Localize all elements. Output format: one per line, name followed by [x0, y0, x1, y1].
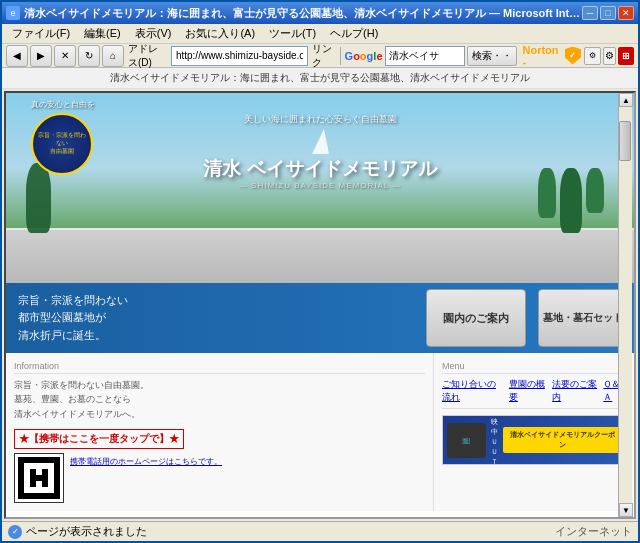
menu-view[interactable]: 表示(V) [129, 24, 178, 43]
hero-title-jp: 清水 ベイサイドメモリアル [6, 158, 634, 181]
hero-text-center: 美しい海に囲まれた心安らぐ自由墓園 清水 ベイサイドメモリアル — SHIMIZ… [6, 113, 634, 190]
zone-text: インターネット [555, 524, 632, 539]
menu-label: Menu [442, 361, 626, 374]
menu-favorites[interactable]: お気に入り(A) [179, 24, 261, 43]
sail-icon-wrapper [312, 129, 329, 156]
info-line-2: 墓苑、豊園、お墓のことなら [14, 392, 425, 406]
right-column: Menu ご知り合いの流れ 豊園の概要 法要のご案内 Ｑ＆Ａ 📺 清水折戸TV … [434, 353, 634, 511]
norton-label: Norton - [523, 44, 562, 68]
links-label: リンク [312, 42, 334, 70]
status-bar: ✓ ページが表示されました インターネット [2, 521, 638, 541]
address-label: アドレス(D) [128, 42, 167, 70]
hero-section: 真の安心と自由を 宗旨・宗派を問わない 自由墓園 美しい海に囲まれた心安らぐ自由… [6, 93, 634, 283]
mobile-link-section: 携帯電話用のホームページはこちらです。 [70, 453, 222, 467]
minimize-button[interactable]: ─ [582, 6, 598, 20]
norton-shield-icon[interactable]: ✓ [565, 47, 581, 65]
scrollbar[interactable]: ▲ ▼ [618, 93, 632, 517]
maximize-button[interactable]: □ [600, 6, 616, 20]
hero-road [6, 228, 634, 283]
page-title-strip: 清水ベイサイドメモリアル：海に囲まれ、富士が見守る公園墓地、清水ベイサイドメモリ… [2, 68, 638, 89]
google-search-input[interactable] [385, 46, 465, 66]
status-text: ページが表示されました [26, 524, 555, 539]
info-line-1: 宗旨・宗派を問わない自由墓園。 [14, 378, 425, 392]
sail-icon [312, 129, 329, 154]
hero-title-en: — SHIMIZU BAYSIDE MEMORIAL — [6, 181, 634, 190]
scrollbar-thumb[interactable] [619, 121, 631, 161]
nav-toolbar: ◀ ▶ ✕ ↻ ⌂ アドレス(D) リンク Google 検索・・ Norton… [2, 44, 638, 68]
menu-edit[interactable]: 編集(E) [78, 24, 127, 43]
divider [340, 47, 341, 65]
info-bar-text: 宗旨・宗派を問わない 都市型公園墓地が 清水折戸に誕生。 [6, 283, 420, 353]
qr-row: 携帯電話用のホームページはこちらです。 [14, 453, 222, 503]
browser-icon: e [6, 6, 20, 20]
mobile-link-text[interactable]: 携帯電話用のホームページはこちらです。 [70, 456, 222, 467]
refresh-button[interactable]: ↻ [78, 45, 100, 67]
window-controls: ─ □ ✕ [582, 6, 634, 20]
qr-section: ★【携帯はここを一度タップで】★ [14, 429, 425, 503]
hero-subtitle-text: 美しい海に囲まれた心安らぐ自由墓園 [6, 113, 634, 126]
left-column: Information 宗旨・宗派を問わない自由墓園。 墓苑、豊園、お墓のことな… [6, 353, 434, 511]
hero-top-text: 真の安心と自由を [31, 99, 95, 110]
scrollbar-up-button[interactable]: ▲ [619, 93, 633, 107]
content-area: 真の安心と自由を 宗旨・宗派を問わない 自由墓園 美しい海に囲まれた心安らぐ自由… [4, 91, 636, 519]
forward-button[interactable]: ▶ [30, 45, 52, 67]
information-label: Information [14, 361, 425, 374]
info-bar: 宗旨・宗派を問わない 都市型公園墓地が 清水折戸に誕生。 園内のご案内 墓地・墓… [6, 283, 634, 353]
site-content: 真の安心と自由を 宗旨・宗派を問わない 自由墓園 美しい海に囲まれた心安らぐ自由… [6, 93, 634, 517]
bottom-content: Information 宗旨・宗派を問わない自由墓園。 墓苑、豊園、お墓のことな… [6, 353, 634, 511]
google-logo: Google [345, 50, 383, 62]
menu-help[interactable]: ヘルプ(H) [324, 24, 384, 43]
norton-group: Norton - ✓ ⚙ [523, 44, 601, 68]
page-title-text: 清水ベイサイドメモリアル：海に囲まれ、富士が見守る公園墓地、清水ベイサイドメモリ… [110, 72, 530, 83]
menu-file[interactable]: ファイル(F) [6, 24, 76, 43]
info-line-3: 清水ベイサイドメモリアルへ。 [14, 407, 425, 421]
ad-text: 清水折戸TV CM放映中 ＵＵＴＶにて放映中 [486, 415, 503, 465]
ie-settings-icon[interactable]: ⚙ [603, 47, 617, 65]
ad-tv-icon: 📺 [447, 423, 486, 458]
status-icon: ✓ [8, 525, 22, 539]
home-button[interactable]: ⌂ [102, 45, 124, 67]
scrollbar-down-button[interactable]: ▼ [619, 503, 633, 517]
ad-coupon[interactable]: 清水ベイサイドメモリアルクーポン [503, 427, 621, 453]
menu-links-row: ご知り合いの流れ 豊園の概要 法要のご案内 Ｑ＆Ａ [442, 378, 626, 409]
stop-button[interactable]: ✕ [54, 45, 76, 67]
menu-tools[interactable]: ツール(T) [263, 24, 322, 43]
title-bar: e 清水ベイサイドメモリアル：海に囲まれ、富士が見守る公園墓地、清水ベイサイドメ… [2, 2, 638, 24]
menu-link-3[interactable]: 法要のご案内 [552, 378, 599, 404]
norton-settings-icon[interactable]: ⚙ [584, 47, 601, 65]
qr-code [14, 453, 64, 503]
ad-banner[interactable]: 📺 清水折戸TV CM放映中 ＵＵＴＶにて放映中 清水ベイサイドメモリアルクーポ… [442, 415, 626, 465]
window-title: 清水ベイサイドメモリアル：海に囲まれ、富士が見守る公園墓地、清水ベイサイドメモリ… [24, 6, 582, 21]
menu-link-2[interactable]: 豊園の概要 [509, 378, 548, 404]
menu-link-1[interactable]: ご知り合いの流れ [442, 378, 505, 404]
info-bar-content: 宗旨・宗派を問わない 都市型公園墓地が 清水折戸に誕生。 [18, 292, 128, 345]
windows-logo-icon: ⊞ [618, 47, 634, 65]
back-button[interactable]: ◀ [6, 45, 28, 67]
title-bar-left: e 清水ベイサイドメモリアル：海に囲まれ、富士が見守る公園墓地、清水ベイサイドメ… [6, 6, 582, 21]
browser-window: e 清水ベイサイドメモリアル：海に囲まれ、富士が見守る公園墓地、清水ベイサイドメ… [0, 0, 640, 543]
address-input[interactable] [171, 46, 308, 66]
red-banner: ★【携帯はここを一度タップで】★ [14, 429, 184, 449]
garden-guide-button[interactable]: 園内のご案内 [426, 289, 526, 347]
grave-set-button[interactable]: 墓地・墓石セット [538, 289, 628, 347]
search-button[interactable]: 検索・・ [467, 46, 517, 66]
close-button[interactable]: ✕ [618, 6, 634, 20]
info-text-block: 宗旨・宗派を問わない自由墓園。 墓苑、豊園、お墓のことなら 清水ベイサイドメモリ… [14, 378, 425, 421]
